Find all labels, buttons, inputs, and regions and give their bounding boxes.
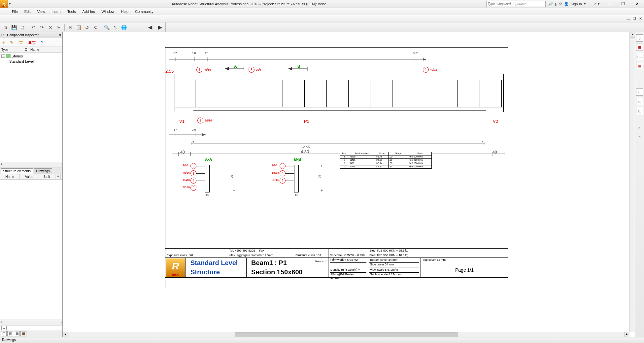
hscroll-thumb[interactable] — [235, 332, 458, 337]
cut-icon[interactable]: ✂ — [55, 23, 63, 31]
pointer-icon[interactable]: ↖ — [111, 23, 119, 31]
schedule-cell: 2Ø8 — [349, 162, 375, 165]
delete-icon[interactable]: ✕ — [47, 23, 54, 31]
tree-hscroll[interactable]: ‹› — [0, 162, 62, 167]
menu-tools[interactable]: Tools — [67, 10, 76, 14]
signin-dropdown-icon[interactable]: ▾ — [584, 2, 586, 6]
menu-community[interactable]: Community — [135, 10, 153, 14]
filter-icon[interactable]: ▽ — [19, 40, 23, 45]
canvas-vscroll[interactable]: ▴ — [629, 32, 635, 332]
new-icon[interactable]: 🗎 — [1, 23, 9, 31]
drawing-canvas[interactable]: -37 0.0 28 3.21 A B 1 4Ø16 3 2Ø8 1 4Ø16 … — [63, 32, 635, 337]
tree-hdr-c[interactable]: C — [23, 48, 29, 51]
props-hdr-value[interactable]: Value — [20, 174, 39, 179]
menu-insert[interactable]: Insert — [51, 10, 61, 14]
mdi-restore[interactable]: ❐ — [631, 16, 637, 21]
copy-icon[interactable]: ⎘ — [66, 23, 74, 31]
tree-hdr-name[interactable]: Name — [29, 48, 62, 51]
panel-help-icon[interactable]: ? — [41, 40, 44, 45]
maximize-button[interactable]: ☐ — [616, 0, 630, 8]
rs-layout1-icon[interactable]: ▭ — [636, 88, 643, 96]
panel-close-icon[interactable]: × — [59, 33, 61, 37]
rs-layout2-icon[interactable]: ▭ — [636, 98, 643, 105]
rotate-left-icon[interactable]: ↺ — [83, 23, 91, 31]
minimize-button[interactable]: — — [602, 0, 616, 8]
rotate-right-icon[interactable]: ↻ — [92, 23, 100, 31]
inspect-icon[interactable]: ⎆ — [2, 40, 5, 45]
help-dropdown-icon[interactable]: ▾ — [598, 2, 600, 6]
app-menu-dropdown[interactable]: ▾ — [8, 2, 12, 6]
hscroll-right-icon[interactable]: ▸ — [624, 332, 629, 337]
globe-icon[interactable]: 🌐 — [120, 23, 128, 31]
tab-structure-elements[interactable]: Structure elements — [1, 168, 33, 174]
tb-fax: Fax — [259, 249, 264, 252]
section-a-outline — [205, 165, 210, 192]
menu-view[interactable]: View — [37, 10, 45, 14]
menu-window[interactable]: Window — [101, 10, 114, 14]
view-tab-4[interactable]: ▦ — [20, 331, 26, 336]
print-icon[interactable]: 🖨 — [18, 23, 26, 31]
key-icon[interactable]: § — [555, 2, 557, 6]
section-bar-spec: 4Ø16 — [183, 171, 190, 174]
section-a-title: A-A — [205, 157, 212, 162]
view-tab-1[interactable]: ▢ — [1, 331, 7, 336]
tree-root[interactable]: − Stories — [1, 53, 61, 59]
filter-clear-icon[interactable]: ✖▽ — [28, 40, 36, 45]
save-icon[interactable]: 💾 — [10, 23, 18, 31]
props-hdr-scroll[interactable]: ^ — [55, 174, 61, 179]
nav-next-icon[interactable]: ▶ — [158, 24, 162, 30]
tab-drawings[interactable]: Drawings — [34, 168, 52, 174]
schedule-cell: 4 — [340, 165, 349, 169]
props-hdr-unit[interactable]: Unit — [39, 174, 55, 179]
hscroll-left-icon[interactable]: ◂ — [63, 332, 68, 337]
props-hscroll[interactable]: ‹› — [0, 320, 62, 325]
tb-tel: Tel. +297-592-5202 — [229, 249, 255, 252]
close-button[interactable]: ✕ — [630, 0, 644, 8]
cross-b2: + — [321, 188, 323, 193]
menu-file[interactable]: File — [12, 10, 18, 14]
rs-lines-icon[interactable]: ≡ — [636, 133, 643, 141]
rs-page-icon[interactable]: ▯ — [636, 34, 643, 42]
stirrup — [195, 80, 195, 107]
view-tab-2[interactable]: ▥ — [7, 331, 13, 336]
tree-child[interactable]: Standard Level — [1, 59, 61, 64]
zoom-icon[interactable]: 🔍 — [103, 23, 111, 31]
menu-edit[interactable]: Edit — [24, 10, 31, 14]
tree-view[interactable]: − Stories Standard Level — [0, 53, 62, 162]
mdi-close[interactable]: ✕ — [637, 16, 643, 21]
search-input[interactable] — [486, 1, 546, 7]
star-icon[interactable]: ☆ — [559, 2, 562, 6]
tree-header: Type C Name — [0, 47, 62, 53]
rs-plot-icon[interactable]: ▥ — [636, 62, 643, 69]
user-icon[interactable]: 👤 — [564, 2, 569, 6]
schedule-cell: l=1.32 — [375, 165, 389, 169]
help-icon[interactable]: ? — [594, 2, 596, 6]
rs-down-icon[interactable]: ⌄ — [636, 79, 643, 86]
view-tab-3[interactable]: ▤ — [14, 331, 20, 336]
rs-scale-icon[interactable]: 1:10 — [636, 53, 643, 60]
canvas-hscroll[interactable]: ◂ ▸ — [63, 332, 629, 337]
stirrup — [239, 80, 239, 107]
bar-spec-1: 4Ø16 — [204, 68, 211, 71]
props-hdr-name[interactable]: Name — [0, 174, 20, 179]
paste-icon[interactable]: 📋 — [75, 23, 83, 31]
signin-link[interactable]: Sign In — [571, 2, 582, 6]
rs-leaf-icon[interactable]: ❧ — [636, 124, 643, 131]
mdi-minimize[interactable]: — — [626, 16, 631, 21]
undo-icon[interactable]: ↶ — [29, 23, 37, 31]
rs-table-icon[interactable]: ▦ — [636, 44, 643, 51]
bottom-tab-handle[interactable]: ⌄ — [1, 326, 7, 330]
wand-icon[interactable]: ✎ — [10, 40, 14, 45]
rs-layout3-icon[interactable]: ◫ — [636, 107, 643, 114]
tree-hdr-type[interactable]: Type — [0, 48, 23, 51]
expand-icon[interactable]: − — [1, 54, 5, 58]
menu-addins[interactable]: Add-Ins — [83, 10, 95, 14]
binoculars-icon[interactable]: 🔎 — [548, 2, 553, 6]
menu-help[interactable]: Help — [121, 10, 129, 14]
col-v2 — [503, 74, 504, 112]
nav-prev-icon[interactable]: ◀ — [148, 24, 152, 30]
props-grid[interactable] — [0, 180, 62, 320]
schedule-cell: .21 — [389, 165, 408, 169]
vscroll-up-icon[interactable]: ▴ — [630, 32, 635, 38]
redo-icon[interactable]: ↷ — [38, 23, 46, 31]
